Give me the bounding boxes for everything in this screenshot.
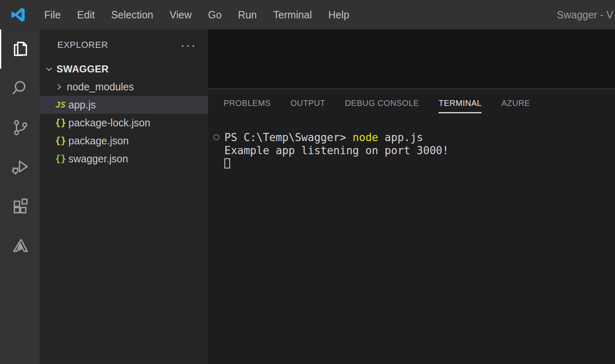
vscode-window: File Edit Selection View Go Run Terminal… — [0, 0, 615, 364]
activity-search-icon[interactable] — [0, 69, 40, 108]
terminal-command: node — [353, 131, 378, 144]
terminal-line-output: Example app listening on port 3000! — [208, 144, 615, 157]
activity-extensions-icon[interactable] — [0, 186, 40, 226]
tree-item-swagger-json[interactable]: {} swagger.json — [40, 150, 208, 168]
tab-debug-console[interactable]: DEBUG CONSOLE — [345, 98, 419, 113]
command-decoration-icon[interactable] — [213, 134, 219, 140]
tree-item-package-json[interactable]: {} package.json — [40, 132, 208, 150]
editor-area — [208, 29, 615, 89]
terminal[interactable]: PS C:\Temp\Swagger> node app.js Example … — [208, 131, 615, 170]
menu-file[interactable]: File — [36, 0, 69, 29]
chevron-down-icon — [45, 65, 54, 74]
activity-explorer-icon[interactable] — [0, 29, 40, 69]
menu-selection[interactable]: Selection — [103, 0, 161, 29]
window-title: Swagger - V — [557, 0, 613, 29]
js-file-icon: JS — [54, 100, 67, 110]
activity-source-control-icon[interactable] — [0, 108, 40, 147]
file-label: package-lock.json — [68, 117, 150, 129]
workspace-name: SWAGGER — [57, 63, 109, 75]
terminal-prompt: PS C:\Temp\Swagger> — [224, 131, 353, 144]
tab-azure[interactable]: AZURE — [501, 98, 530, 113]
sidebar-header: EXPLORER ··· — [40, 38, 208, 52]
tab-output[interactable]: OUTPUT — [290, 98, 325, 113]
terminal-line-command: PS C:\Temp\Swagger> node app.js — [208, 131, 615, 144]
menu-run[interactable]: Run — [230, 0, 265, 29]
menu-view[interactable]: View — [161, 0, 200, 29]
file-label: swagger.json — [68, 153, 128, 165]
more-actions-icon[interactable]: ··· — [181, 41, 197, 49]
explorer-sidebar: EXPLORER ··· SWAGGER node_modules JS app… — [40, 29, 208, 364]
menu-terminal[interactable]: Terminal — [265, 0, 320, 29]
menu-help[interactable]: Help — [320, 0, 357, 29]
file-label: app.js — [68, 99, 96, 111]
sidebar-title: EXPLORER — [57, 40, 181, 50]
workspace-header[interactable]: SWAGGER — [40, 61, 208, 78]
activity-azure-icon[interactable] — [0, 226, 40, 265]
json-file-icon: {} — [54, 135, 67, 146]
menu-go[interactable]: Go — [200, 0, 230, 29]
tree-item-package-lock-json[interactable]: {} package-lock.json — [40, 114, 208, 132]
file-tree: node_modules JS app.js {} package-lock.j… — [40, 78, 208, 168]
vscode-logo-icon — [0, 0, 36, 29]
file-label: package.json — [68, 135, 129, 147]
terminal-cursor — [224, 158, 230, 169]
terminal-command-args: app.js — [378, 131, 423, 144]
json-file-icon: {} — [54, 153, 67, 164]
chevron-right-icon — [54, 82, 63, 91]
file-label: node_modules — [67, 81, 134, 93]
tree-item-node-modules[interactable]: node_modules — [40, 78, 208, 96]
menu-edit[interactable]: Edit — [69, 0, 103, 29]
titlebar: File Edit Selection View Go Run Terminal… — [0, 0, 615, 29]
menubar: File Edit Selection View Go Run Terminal… — [36, 0, 357, 29]
activity-run-debug-icon[interactable] — [0, 147, 40, 186]
json-file-icon: {} — [54, 117, 67, 128]
panel-tabs: PROBLEMS OUTPUT DEBUG CONSOLE TERMINAL A… — [224, 89, 530, 113]
terminal-line-cursor — [208, 157, 615, 170]
tab-problems[interactable]: PROBLEMS — [224, 98, 271, 113]
activity-bar — [0, 29, 40, 364]
tab-terminal[interactable]: TERMINAL — [439, 98, 482, 113]
tree-item-app-js[interactable]: JS app.js — [40, 96, 208, 114]
bottom-panel: PROBLEMS OUTPUT DEBUG CONSOLE TERMINAL A… — [208, 89, 615, 364]
